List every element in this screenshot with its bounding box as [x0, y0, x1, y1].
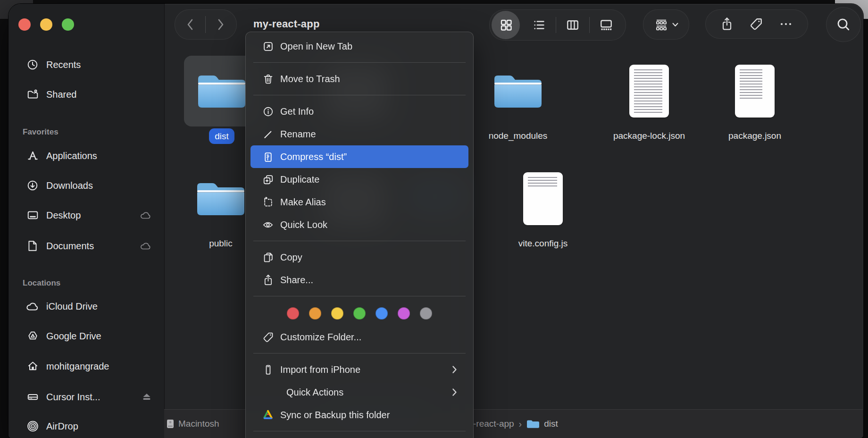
back-button[interactable]: [175, 10, 205, 39]
menu-item-move-to-trash[interactable]: Move to Trash: [250, 67, 468, 90]
json-document-icon: [629, 65, 669, 118]
submenu-chevron-icon: [452, 365, 457, 374]
sidebar-item-label: Google Drive: [46, 331, 101, 342]
sidebar-item-icloud-drive[interactable]: iCloud Drive: [8, 296, 164, 317]
menu-item-sync-or-backup[interactable]: Sync or Backup this folder: [250, 404, 468, 426]
duplicate-icon: [262, 174, 274, 185]
menu-item-quick-actions[interactable]: Quick Actions: [250, 381, 468, 404]
submenu-chevron-icon: [452, 388, 457, 396]
chevron-right-icon: [217, 18, 225, 31]
sidebar-item-label: Shared: [46, 89, 77, 100]
airdrop-icon: [25, 420, 40, 432]
trash-icon: [262, 73, 274, 85]
file-tile-vite-config[interactable]: vite.config.js: [505, 163, 581, 251]
tag-green[interactable]: [353, 307, 366, 320]
menu-item-copy[interactable]: Copy: [250, 246, 468, 269]
file-label: vite.config.js: [505, 236, 581, 251]
file-label: package-lock.json: [611, 128, 687, 143]
sidebar-item-desktop[interactable]: Desktop: [8, 205, 164, 226]
sidebar-item-documents[interactable]: Documents: [8, 236, 164, 256]
menu-separator: [253, 62, 466, 63]
list-view-icon: [532, 18, 546, 32]
folder-icon: [196, 178, 245, 219]
menu-item-customize-folder[interactable]: Customize Folder...: [250, 326, 468, 348]
tag-orange[interactable]: [309, 307, 321, 320]
more-button[interactable]: [779, 17, 793, 31]
sidebar-item-cursor-install[interactable]: Cursor Inst...: [8, 387, 164, 407]
menu-item-duplicate[interactable]: Duplicate: [250, 168, 468, 191]
search-button[interactable]: [826, 7, 861, 42]
view-switcher: [489, 9, 626, 41]
grid-view-icon: [499, 18, 513, 32]
zoom-button[interactable]: [62, 18, 74, 31]
tag-icon: [262, 331, 274, 343]
context-menu: Open in New Tab Move to Trash Get Info R…: [245, 32, 474, 438]
file-tile-package-lock[interactable]: package-lock.json: [611, 56, 687, 143]
menu-item-open-in-new-tab[interactable]: Open in New Tab: [250, 35, 468, 58]
view-as-columns-button[interactable]: [556, 10, 589, 40]
open-in-new-tab-icon: [262, 41, 274, 52]
forward-button[interactable]: [206, 10, 236, 39]
tag-purple[interactable]: [398, 307, 410, 320]
zip-icon: [262, 151, 274, 163]
close-button[interactable]: [18, 18, 31, 31]
sidebar-item-recents[interactable]: Recents: [8, 54, 164, 75]
sidebar-item-airdrop[interactable]: AirDrop: [8, 416, 164, 437]
menu-item-rename[interactable]: Rename: [250, 123, 468, 145]
cloud-icon: [25, 301, 40, 312]
sidebar-item-home[interactable]: mohitgangrade: [8, 356, 164, 377]
menu-item-make-alias[interactable]: Make Alias: [250, 191, 468, 213]
menu-item-get-info[interactable]: Get Info: [250, 100, 468, 123]
clock-icon: [25, 59, 40, 71]
external-drive-icon: [25, 391, 40, 403]
sidebar-item-label: mohitgangrade: [46, 361, 109, 372]
tags-button[interactable]: [749, 17, 763, 31]
share-icon: [262, 274, 274, 286]
breadcrumb-volume[interactable]: Macintosh: [166, 410, 219, 438]
ellipsis-icon: [779, 17, 793, 31]
make-alias-icon: [262, 196, 274, 208]
js-document-icon: [523, 172, 563, 225]
search-icon: [835, 17, 851, 33]
sidebar-item-label: AirDrop: [46, 421, 78, 432]
sidebar: Recents Shared Favorites Applications D: [8, 4, 165, 438]
minimize-button[interactable]: [40, 18, 52, 31]
desktop: Recents Shared Favorites Applications D: [0, 0, 868, 438]
view-as-gallery-button[interactable]: [590, 10, 623, 40]
view-as-icons-button[interactable]: [490, 10, 523, 40]
breadcrumb-trail[interactable]: -react-app › dist: [473, 410, 558, 438]
sidebar-item-label: Documents: [46, 241, 94, 252]
desktop-icon: [25, 209, 40, 221]
applications-icon: [25, 150, 40, 162]
breadcrumb-current-label: dist: [544, 419, 558, 429]
cloud-icon: [140, 210, 152, 220]
sidebar-item-label: Applications: [46, 151, 97, 161]
navigation-buttons: [175, 9, 237, 40]
breadcrumb-volume-label: Macintosh: [178, 419, 219, 429]
view-as-list-button[interactable]: [523, 10, 556, 40]
eject-icon[interactable]: [142, 392, 152, 402]
info-circle-icon: [262, 106, 274, 118]
sidebar-item-downloads[interactable]: Downloads: [8, 175, 164, 196]
file-label: package.json: [717, 128, 793, 143]
tag-blue[interactable]: [376, 307, 388, 320]
menu-item-share[interactable]: Share...: [250, 269, 468, 291]
sidebar-section-locations: Locations: [23, 277, 60, 290]
tag-yellow[interactable]: [331, 307, 343, 320]
menu-separator: [253, 95, 466, 95]
sidebar-item-shared[interactable]: Shared: [8, 84, 164, 105]
sidebar-item-google-drive[interactable]: Google Drive: [8, 326, 164, 346]
sidebar-item-applications[interactable]: Applications: [8, 145, 164, 166]
menu-separator: [253, 296, 466, 296]
menu-item-compress[interactable]: Compress “dist”: [250, 145, 468, 168]
window-controls: [18, 18, 74, 31]
file-tile-package-json[interactable]: package.json: [717, 56, 793, 143]
menu-item-quick-look[interactable]: Quick Look: [250, 213, 468, 236]
group-by-button[interactable]: [643, 9, 689, 40]
tag-red[interactable]: [287, 307, 299, 320]
tag-gray[interactable]: [420, 307, 432, 320]
share-button[interactable]: [720, 17, 734, 32]
sidebar-item-label: Downloads: [46, 180, 93, 191]
menu-item-import-from-iphone[interactable]: Import from iPhone: [250, 358, 468, 381]
file-tile-node-modules[interactable]: node_modules: [480, 56, 556, 143]
